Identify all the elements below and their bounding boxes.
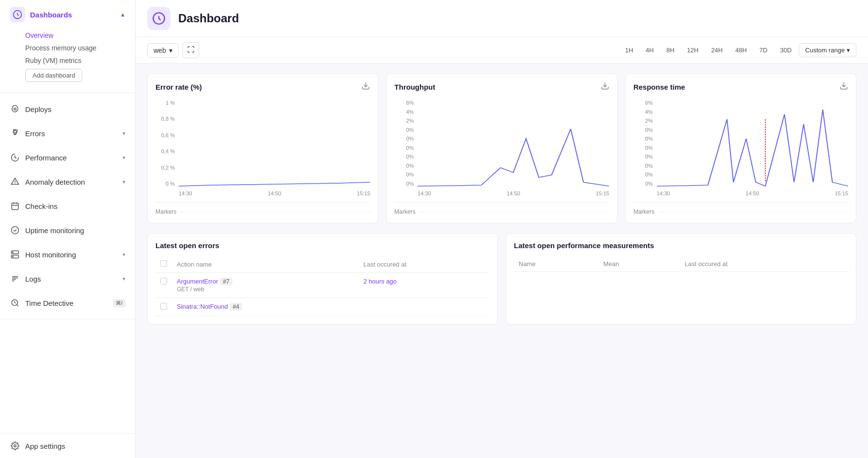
web-dropdown-label: web <box>154 47 166 54</box>
error-rate-chart-area: 14:3014:5015:15 <box>179 100 370 196</box>
dashboard-sub-process-memory[interactable]: Process memory usage <box>25 42 125 54</box>
sidebar-item-deploys[interactable]: Deploys <box>0 97 135 121</box>
time-icon <box>10 298 20 308</box>
response-time-export-button[interactable] <box>839 81 848 92</box>
sinatra-error-link[interactable]: Sinatra::NotFound <box>177 303 228 310</box>
perf-table-card: Latest open performance measurements Nam… <box>506 233 856 325</box>
dashboard-sub-overview[interactable]: Overview <box>25 29 125 42</box>
uptime-label: Uptime monitoring <box>25 226 84 235</box>
svg-point-10 <box>14 445 16 447</box>
sidebar-item-time-detective[interactable]: Time Detective ⌘/ <box>0 291 135 315</box>
throughput-svg <box>418 100 609 189</box>
page-title: Dashboard <box>178 12 239 25</box>
row1-time-link[interactable]: 2 hours ago <box>363 278 397 285</box>
row1-checkbox[interactable] <box>160 278 167 284</box>
time-btn-24h[interactable]: 24H <box>706 43 728 57</box>
gauge-icon <box>10 152 20 163</box>
logs-label: Logs <box>25 275 41 283</box>
row1-checkbox-cell <box>155 273 172 298</box>
errors-chevron: ▾ <box>123 130 125 137</box>
dashboard-icon <box>10 7 25 22</box>
throughput-export-button[interactable] <box>601 81 609 92</box>
main-content: Dashboard web ▾ 1H 4H 8H 12H 24H 48H 7D … <box>136 0 868 458</box>
custom-range-button[interactable]: Custom range ▾ <box>799 43 856 57</box>
error-rate-markers: Markers <box>155 202 370 215</box>
dashboard-sub-items: Overview Process memory usage Ruby (VM) … <box>0 29 135 89</box>
sidebar-item-errors[interactable]: Errors ▾ <box>0 121 135 145</box>
sidebar-item-anomaly-detection[interactable]: Anomaly detection ▾ <box>0 170 135 194</box>
topbar-icon <box>147 7 170 30</box>
dashboards-section: Dashboards ▲ Overview Process memory usa… <box>0 0 135 89</box>
time-btn-12h[interactable]: 12H <box>682 43 704 57</box>
bottom-row: Latest open errors Action name Last occu… <box>147 233 856 325</box>
throughput-markers: Markers <box>394 202 609 215</box>
perf-col-time: Last occured at <box>680 256 848 272</box>
time-btn-1h[interactable]: 1H <box>620 43 638 57</box>
row2-time <box>358 298 490 316</box>
fullscreen-button[interactable] <box>183 42 199 58</box>
response-time-y-axis: 6%4%2%0%0%0%0%0%0%0% <box>634 100 653 196</box>
custom-range-label: Custom range <box>805 47 845 54</box>
error-rate-chart: Error rate (%) 1 %0,8 %0,6 %0,4 %0,2 %0 … <box>147 73 378 223</box>
throughput-markers-line <box>419 212 609 212</box>
sidebar: Dashboards ▲ Overview Process memory usa… <box>0 0 136 458</box>
svg-rect-3 <box>12 203 18 210</box>
perf-col-mean: Mean <box>599 256 680 272</box>
time-btn-7d[interactable]: 7D <box>754 43 773 57</box>
error-badge-7: #7 <box>220 278 232 285</box>
time-btn-4h[interactable]: 4H <box>640 43 659 57</box>
response-time-markers-label: Markers <box>634 208 654 215</box>
deploys-label: Deploys <box>25 105 51 113</box>
select-all-checkbox[interactable] <box>160 260 167 267</box>
uptime-icon <box>10 225 20 236</box>
sidebar-item-logs[interactable]: Logs ▾ <box>0 267 135 291</box>
errors-table-card: Latest open errors Action name Last occu… <box>147 233 498 325</box>
error-rate-y-axis: 1 %0,8 %0,6 %0,4 %0,2 %0 % <box>155 100 175 196</box>
sidebar-item-uptime-monitoring[interactable]: Uptime monitoring <box>0 218 135 242</box>
sidebar-item-app-settings[interactable]: App settings <box>0 434 135 458</box>
response-time-chart-area: 14:3014:5015:15 <box>657 100 848 196</box>
argument-error-link[interactable]: ArgumentError <box>177 278 218 285</box>
settings-icon <box>10 441 20 451</box>
sidebar-item-dashboards[interactable]: Dashboards ▲ <box>0 0 135 29</box>
svg-point-1 <box>14 108 16 111</box>
logs-icon <box>10 273 20 284</box>
dashboards-chevron: ▲ <box>120 12 125 17</box>
row2-checkbox[interactable] <box>160 303 167 310</box>
throughput-body: 6%4%2%0%0%0%0%0%0%0% 14:3014:5015:15 <box>394 100 609 196</box>
sidebar-item-checkins[interactable]: Check-ins <box>0 194 135 218</box>
host-chevron: ▾ <box>123 252 125 258</box>
sidebar-item-performance[interactable]: Performance ▾ <box>0 145 135 170</box>
throughput-chart: Throughput 6%4%2%0%0%0%0%0%0%0% <box>386 73 617 223</box>
svg-point-4 <box>12 227 19 234</box>
response-time-chart: Response time 6%4%2%0%0%0%0%0%0%0% <box>625 73 856 223</box>
anomaly-label: Anomaly detection <box>25 178 85 186</box>
dashboards-label: Dashboards <box>30 11 72 19</box>
error-rate-body: 1 %0,8 %0,6 %0,4 %0,2 %0 % 14:3014:5015:… <box>155 100 370 196</box>
time-btn-8h[interactable]: 8H <box>661 43 680 57</box>
response-time-markers-line <box>658 212 848 212</box>
web-dropdown-chevron: ▾ <box>169 47 172 54</box>
web-dropdown[interactable]: web ▾ <box>147 43 179 58</box>
sidebar-item-host-monitoring[interactable]: Host monitoring ▾ <box>0 242 135 267</box>
charts-row: Error rate (%) 1 %0,8 %0,6 %0,4 %0,2 %0 … <box>147 73 856 223</box>
response-time-header: Response time <box>634 81 848 92</box>
errors-col-action: Action name <box>172 256 358 273</box>
dashboard-sub-ruby-vm[interactable]: Ruby (VM) metrics <box>25 54 125 67</box>
response-time-title: Response time <box>634 83 685 91</box>
row2-action: Sinatra::NotFound#4 <box>172 298 358 316</box>
throughput-markers-label: Markers <box>394 208 415 215</box>
perf-table: Name Mean Last occured at <box>514 256 848 272</box>
throughput-chart-area: 14:3014:5015:15 <box>418 100 609 196</box>
row1-action: ArgumentError#7 GET / web <box>172 273 358 298</box>
error-rate-export-button[interactable] <box>361 81 370 92</box>
time-btn-48h[interactable]: 48H <box>730 43 752 57</box>
add-dashboard-button[interactable]: Add dashboard <box>25 69 82 82</box>
error-rate-title: Error rate (%) <box>155 83 202 91</box>
perf-col-name: Name <box>514 256 599 272</box>
time-btn-30d[interactable]: 30D <box>775 43 797 57</box>
row1-time: 2 hours ago <box>358 273 490 298</box>
response-time-body: 6%4%2%0%0%0%0%0%0%0% 14:3014:5015:15 <box>634 100 848 196</box>
bug-icon <box>10 128 20 139</box>
throughput-header: Throughput <box>394 81 609 92</box>
